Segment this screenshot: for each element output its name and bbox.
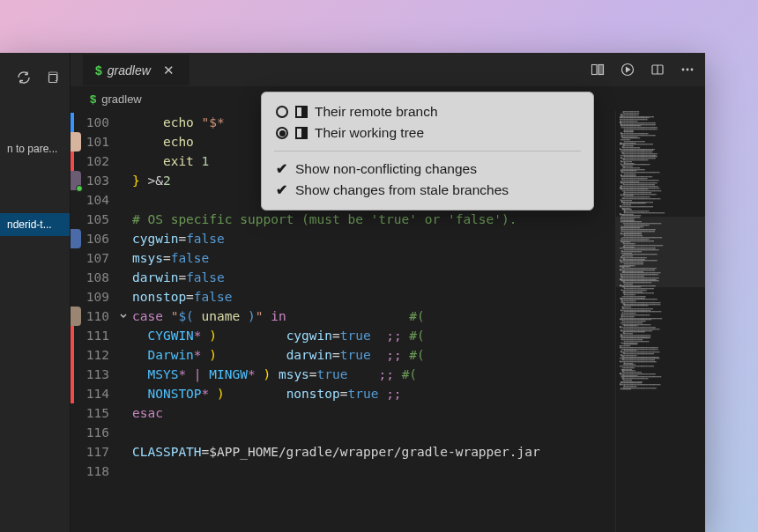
change-indicator bbox=[71, 113, 74, 132]
code-line[interactable]: 107msys=false bbox=[78, 248, 615, 268]
code-content: nonstop=false bbox=[132, 287, 615, 307]
tab-label: gradlew bbox=[108, 63, 151, 78]
fold-gutter bbox=[115, 403, 132, 423]
svg-rect-1 bbox=[592, 65, 598, 75]
radio-icon bbox=[276, 106, 288, 118]
fold-gutter bbox=[115, 113, 132, 132]
code-line[interactable]: 118 bbox=[78, 462, 615, 481]
menu-item-label: Their remote branch bbox=[315, 104, 438, 120]
menu-item-label: Their working tree bbox=[315, 125, 424, 141]
code-line[interactable]: 114 NONSTOP* ) nonstop=true ;; bbox=[78, 384, 615, 403]
line-number: 106 bbox=[78, 229, 115, 248]
line-number: 115 bbox=[78, 403, 115, 423]
menu-item[interactable]: ✔Show non-conflicting changes bbox=[262, 159, 593, 180]
fold-gutter bbox=[115, 151, 132, 171]
presence-avatar[interactable] bbox=[71, 229, 81, 248]
minimap[interactable]: ██▄▄▄▄▄▄▄▄▄▄▄▄▄▄▄▄▄▄ █▄▄▄▄▄▄▄▄▄▄▄▄▄▄▄▄▄▄… bbox=[615, 111, 705, 532]
code-line[interactable]: 111 CYGWIN* ) cygwin=true ;; #( bbox=[78, 326, 615, 345]
code-content: cygwin=false bbox=[132, 229, 615, 248]
svg-rect-0 bbox=[49, 75, 57, 83]
radio-icon bbox=[276, 127, 288, 139]
line-number: 116 bbox=[78, 423, 115, 442]
fold-gutter bbox=[115, 287, 132, 307]
breadcrumb-label: gradlew bbox=[101, 92, 142, 106]
tab-gradlew[interactable]: $ gradlew ✕ bbox=[83, 55, 190, 85]
code-content: Darwin* ) darwin=true ;; #( bbox=[132, 345, 615, 365]
code-line[interactable]: 110case "$( uname )" in #( bbox=[78, 307, 615, 326]
refresh-icon[interactable] bbox=[13, 67, 34, 88]
split-editor-icon[interactable] bbox=[647, 59, 668, 80]
run-icon[interactable] bbox=[617, 59, 638, 80]
code-line[interactable]: 113 MSYS* | MINGW* ) msys=true ;; #( bbox=[78, 365, 615, 384]
line-number: 114 bbox=[78, 384, 115, 403]
diff-glyph-icon bbox=[295, 106, 308, 118]
code-line[interactable]: 109nonstop=false bbox=[78, 287, 615, 307]
fold-gutter bbox=[115, 326, 132, 345]
menu-item[interactable]: ✔Show changes from stale branches bbox=[262, 180, 593, 201]
svg-point-9 bbox=[691, 69, 694, 71]
fold-gutter bbox=[115, 229, 132, 248]
diff-glyph-icon bbox=[295, 127, 308, 139]
menu-item[interactable]: Their working tree bbox=[262, 122, 593, 144]
fold-gutter bbox=[115, 132, 132, 151]
line-number: 101 bbox=[78, 132, 115, 151]
change-indicator bbox=[71, 326, 74, 345]
presence-avatar[interactable] bbox=[71, 307, 81, 326]
svg-rect-3 bbox=[598, 65, 604, 75]
line-number: 108 bbox=[78, 268, 115, 287]
code-content: darwin=false bbox=[132, 268, 615, 287]
line-number: 102 bbox=[78, 151, 115, 171]
fold-gutter bbox=[115, 268, 132, 287]
sidebar-item[interactable]: n to pare... bbox=[0, 137, 70, 160]
fold-gutter[interactable] bbox=[115, 307, 132, 326]
fold-gutter bbox=[115, 210, 132, 229]
minimap-slider[interactable] bbox=[616, 217, 705, 287]
tab-bar-actions bbox=[587, 59, 698, 80]
code-content: # OS specific support (must be 'true' or… bbox=[132, 210, 615, 229]
check-icon: ✔ bbox=[276, 182, 288, 198]
fold-gutter bbox=[115, 171, 132, 190]
presence-gutter bbox=[71, 111, 78, 532]
check-icon: ✔ bbox=[276, 161, 288, 177]
collapse-all-icon[interactable] bbox=[41, 67, 63, 88]
presence-avatar[interactable] bbox=[71, 132, 81, 151]
menu-item-label: Show changes from stale branches bbox=[295, 182, 509, 198]
code-line[interactable]: 115esac bbox=[78, 403, 615, 423]
menu-item-label: Show non-conflicting changes bbox=[295, 161, 477, 177]
fold-gutter bbox=[115, 462, 132, 481]
change-indicator bbox=[71, 345, 74, 365]
line-number: 117 bbox=[78, 442, 115, 462]
fold-gutter bbox=[115, 345, 132, 365]
line-number: 110 bbox=[78, 307, 115, 326]
code-line[interactable]: 117CLASSPATH=$APP_HOME/gradle/wrapper/gr… bbox=[78, 442, 615, 462]
code-line[interactable]: 112 Darwin* ) darwin=true ;; #( bbox=[78, 345, 615, 365]
presence-avatar[interactable] bbox=[71, 171, 81, 190]
code-line[interactable]: 116 bbox=[78, 423, 615, 442]
fold-gutter bbox=[115, 384, 132, 403]
change-indicator bbox=[71, 151, 74, 171]
compare-changes-icon[interactable] bbox=[587, 59, 608, 80]
more-actions-icon[interactable] bbox=[677, 59, 698, 80]
code-content: CLASSPATH=$APP_HOME/gradle/wrapper/gradl… bbox=[132, 442, 615, 462]
code-line[interactable]: 108darwin=false bbox=[78, 268, 615, 287]
menu-item[interactable]: Their remote branch bbox=[262, 101, 593, 122]
code-content: MSYS* | MINGW* ) msys=true ;; #( bbox=[132, 365, 615, 384]
code-line[interactable]: 106cygwin=false bbox=[78, 229, 615, 248]
svg-point-8 bbox=[687, 69, 689, 71]
presence-online-dot bbox=[76, 185, 83, 192]
shell-file-icon: $ bbox=[90, 92, 96, 106]
sidebar-item[interactable]: nderid-t... bbox=[0, 213, 70, 236]
line-number: 112 bbox=[78, 345, 115, 365]
line-number: 111 bbox=[78, 326, 115, 345]
code-content: msys=false bbox=[132, 248, 615, 268]
code-content bbox=[132, 423, 615, 442]
line-number: 118 bbox=[78, 462, 115, 481]
code-content: case "$( uname )" in #( bbox=[132, 307, 615, 326]
code-content: CYGWIN* ) cygwin=true ;; #( bbox=[132, 326, 615, 345]
code-line[interactable]: 105# OS specific support (must be 'true'… bbox=[78, 210, 615, 229]
change-indicator bbox=[71, 365, 74, 384]
code-content: NONSTOP* ) nonstop=true ;; bbox=[132, 384, 615, 403]
close-icon[interactable]: ✕ bbox=[161, 63, 177, 78]
svg-point-7 bbox=[682, 69, 685, 71]
line-number: 109 bbox=[78, 287, 115, 307]
